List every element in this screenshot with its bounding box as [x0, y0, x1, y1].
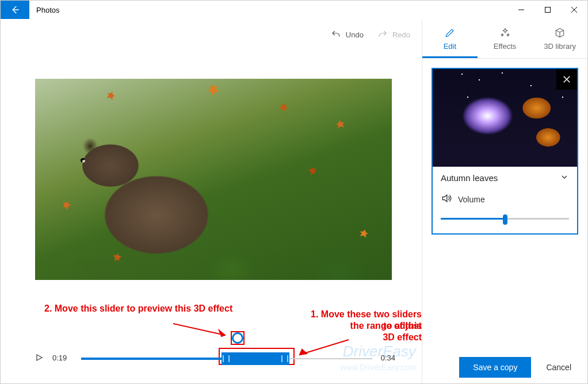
effect-title: Autumn leaves — [441, 173, 498, 183]
video-preview[interactable] — [35, 79, 392, 280]
minimize-button[interactable] — [508, 1, 534, 19]
annotation-1a: 1. Move these two sliders to adjust — [309, 309, 422, 332]
tab-3d-library-label: 3D library — [544, 42, 576, 51]
tab-edit[interactable]: Edit — [422, 19, 478, 58]
close-button[interactable] — [561, 1, 587, 19]
annotation-1b: the range of this 3D effect — [348, 320, 422, 343]
svg-rect-0 — [545, 7, 551, 13]
redo-label: Redo — [392, 30, 410, 39]
undo-label: Undo — [346, 30, 364, 39]
save-a-copy-button[interactable]: Save a copy — [459, 357, 531, 378]
play-icon[interactable] — [35, 354, 43, 364]
back-button[interactable] — [1, 1, 29, 19]
effect-card: Autumn leaves Volume — [432, 68, 578, 235]
range-start-handle[interactable] — [222, 352, 231, 365]
volume-label: Volume — [458, 195, 485, 204]
tab-effects-label: Effects — [494, 42, 517, 51]
tab-effects[interactable]: Effects — [478, 19, 533, 58]
undo-button[interactable]: Undo — [331, 29, 364, 40]
app-title: Photos — [29, 1, 66, 19]
volume-slider[interactable] — [441, 213, 569, 224]
range-end-handle[interactable] — [280, 352, 289, 365]
chevron-down-icon[interactable] — [560, 172, 569, 183]
time-current: 0:19 — [52, 354, 67, 362]
effect-range-bar[interactable] — [222, 352, 289, 365]
timeline: 0:19 0:34 — [35, 347, 401, 370]
tab-edit-label: Edit — [444, 42, 456, 51]
cancel-button[interactable]: Cancel — [541, 357, 576, 378]
redo-button[interactable]: Redo — [377, 29, 410, 40]
tab-3d-library[interactable]: 3D library — [532, 19, 587, 58]
effect-thumbnail — [433, 69, 577, 167]
window-controls — [508, 1, 587, 19]
titlebar: Photos — [1, 1, 587, 19]
volume-icon — [441, 193, 452, 206]
annotation-2: 2. Move this slider to preview this 3D e… — [44, 303, 232, 314]
editor-pane: Undo Redo 2. Move this slider to preview — [1, 19, 422, 383]
remove-effect-button[interactable] — [556, 69, 577, 90]
time-total: 0:34 — [381, 354, 395, 362]
maximize-button[interactable] — [534, 1, 561, 19]
annotation-highlight-playhead — [231, 331, 245, 345]
side-panel: Edit Effects 3D library Autumn leaves — [422, 19, 587, 383]
